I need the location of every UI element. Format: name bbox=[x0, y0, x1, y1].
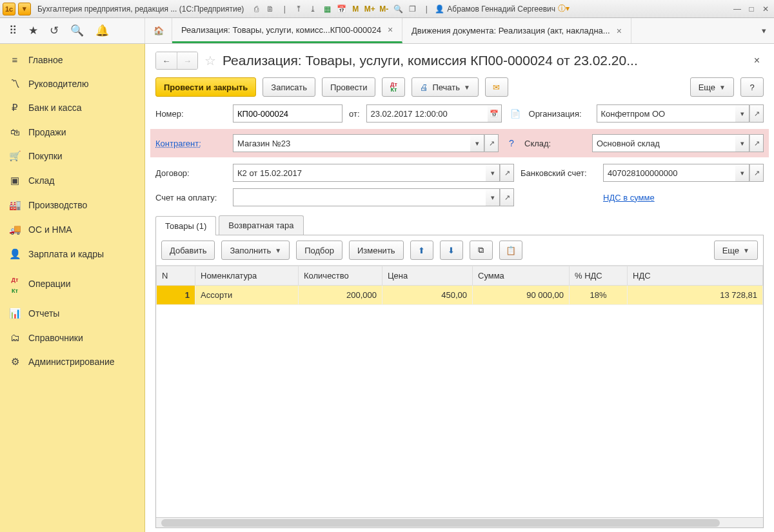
sidebar-item-main[interactable]: ≡Главное bbox=[0, 48, 144, 72]
mplus-icon[interactable]: M+ bbox=[364, 3, 375, 15]
sidebar-item-catalogs[interactable]: 🗂Справочники bbox=[0, 326, 144, 350]
cell-price[interactable]: 450,00 bbox=[382, 286, 473, 305]
open-button[interactable]: ↗ bbox=[749, 104, 764, 123]
paste-button[interactable]: 📋 bbox=[499, 241, 522, 260]
goods-table[interactable]: N Номенклатура Количество Цена Сумма % Н… bbox=[156, 266, 763, 305]
post-and-close-button[interactable]: Провести и закрыть bbox=[155, 77, 256, 97]
move-down-button[interactable]: ⬇ bbox=[440, 241, 463, 260]
org-field[interactable] bbox=[597, 104, 735, 123]
window-icon[interactable]: ❐ bbox=[406, 3, 418, 15]
calc-icon[interactable]: ▦ bbox=[321, 3, 333, 15]
tab-movements[interactable]: Движения документа: Реализация (акт, нак… bbox=[402, 18, 631, 43]
warehouse-field[interactable] bbox=[592, 134, 735, 152]
number-field[interactable] bbox=[233, 104, 342, 123]
open-button[interactable]: ↗ bbox=[500, 188, 514, 206]
col-nomenclature[interactable]: Номенклатура bbox=[195, 266, 299, 286]
history-icon[interactable]: ↺ bbox=[50, 24, 59, 37]
doc-icon[interactable]: 🗎 bbox=[264, 3, 276, 15]
favorite-star-icon[interactable]: ☆ bbox=[204, 53, 216, 68]
help-button[interactable]: ? bbox=[740, 77, 764, 97]
more-button[interactable]: Еще▼ bbox=[690, 77, 734, 97]
dropdown-button[interactable]: ▾ bbox=[486, 164, 500, 182]
apps-icon[interactable]: ⠿ bbox=[9, 24, 17, 37]
print-icon[interactable]: ⎙ bbox=[250, 3, 262, 15]
bank-field[interactable] bbox=[603, 164, 735, 182]
cell-nomenclature[interactable]: Ассорти bbox=[195, 286, 299, 305]
col-vat[interactable]: НДС bbox=[628, 266, 763, 286]
dropdown-icon[interactable]: ▾ bbox=[18, 3, 31, 15]
sidebar-item-reports[interactable]: 📊Отчеты bbox=[0, 301, 144, 326]
contragent-help-icon[interactable]: ? bbox=[505, 134, 518, 152]
bell-icon[interactable]: 🔔 bbox=[95, 24, 109, 37]
write-button[interactable]: Записать bbox=[263, 77, 315, 97]
dropdown-button[interactable]: ▾ bbox=[735, 104, 749, 123]
sidebar-item-assets[interactable]: 🚚ОС и НМА bbox=[0, 217, 144, 242]
open-button[interactable]: ↗ bbox=[749, 134, 764, 152]
mail-button[interactable]: ✉ bbox=[485, 77, 508, 97]
home-button[interactable]: 🏠 bbox=[145, 18, 172, 43]
pick-button[interactable]: Подбор bbox=[296, 241, 342, 260]
table-row[interactable]: 1 Ассорти 200,000 450,00 90 000,00 18% 1… bbox=[157, 286, 763, 305]
copy-button[interactable]: ⧉ bbox=[470, 241, 493, 260]
sidebar-item-manager[interactable]: 〽Руководителю bbox=[0, 72, 144, 95]
tab-realization[interactable]: Реализация: Товары, услуги, комисс...КП0… bbox=[172, 18, 402, 43]
open-button[interactable]: ↗ bbox=[749, 164, 764, 182]
tab-close-icon[interactable]: × bbox=[388, 25, 393, 35]
add-button[interactable]: Добавить bbox=[161, 241, 215, 260]
tab-tare[interactable]: Возвратная тара bbox=[219, 215, 303, 235]
back-button[interactable]: ← bbox=[156, 52, 177, 69]
document-close-icon[interactable]: × bbox=[750, 55, 764, 66]
forward-button[interactable]: → bbox=[177, 52, 197, 69]
close-icon[interactable]: ✕ bbox=[760, 3, 771, 15]
user-badge[interactable]: 👤Абрамов Геннадий Сергеевич bbox=[435, 5, 555, 14]
col-vatpercent[interactable]: % НДС bbox=[570, 266, 628, 286]
sidebar-item-operations[interactable]: ДтКтОперации bbox=[0, 266, 144, 301]
mminus-icon[interactable]: M- bbox=[378, 3, 390, 15]
contract-field[interactable] bbox=[233, 164, 486, 182]
fill-button[interactable]: Заполнить▼ bbox=[221, 241, 290, 260]
col-price[interactable]: Цена bbox=[382, 266, 473, 286]
scrollbar-thumb[interactable] bbox=[161, 519, 720, 527]
zoom-icon[interactable]: 🔍 bbox=[392, 3, 404, 15]
sidebar-item-sales[interactable]: 🛍Продажи bbox=[0, 120, 144, 144]
info-icon[interactable]: ⓘ▾ bbox=[558, 3, 570, 15]
sidebar-item-purchases[interactable]: 🛒Покупки bbox=[0, 144, 144, 168]
open-button[interactable]: ↗ bbox=[484, 134, 499, 152]
cell-vat[interactable]: 13 728,81 bbox=[628, 286, 763, 305]
dtkt-button[interactable]: ДтКт bbox=[382, 77, 405, 97]
sidebar-item-warehouse[interactable]: ▣Склад bbox=[0, 168, 144, 193]
cell-sum[interactable]: 90 000,00 bbox=[473, 286, 570, 305]
minimize-icon[interactable]: — bbox=[731, 3, 743, 15]
sidebar-item-production[interactable]: 🏭Производство bbox=[0, 193, 144, 217]
contragent-field[interactable] bbox=[233, 134, 470, 152]
open-button[interactable]: ↗ bbox=[500, 164, 514, 182]
dropdown-button[interactable]: ▾ bbox=[735, 134, 749, 152]
nds-link[interactable]: НДС в сумме bbox=[603, 193, 655, 202]
edit-button[interactable]: Изменить bbox=[349, 241, 404, 260]
invoice-field[interactable] bbox=[233, 188, 486, 206]
export-icon[interactable]: ⤒ bbox=[293, 3, 304, 15]
tab-close-icon[interactable]: × bbox=[617, 26, 622, 36]
tab-goods[interactable]: Товары (1) bbox=[155, 216, 216, 235]
status-flag-icon[interactable]: 📄 bbox=[508, 109, 522, 119]
calendar-icon[interactable]: 📅 bbox=[335, 3, 347, 15]
sidebar-item-admin[interactable]: ⚙Администрирование bbox=[0, 350, 144, 374]
calendar-button[interactable]: 📅 bbox=[488, 104, 502, 123]
col-n[interactable]: N bbox=[157, 266, 195, 286]
post-button[interactable]: Провести bbox=[322, 77, 376, 97]
import-icon[interactable]: ⤓ bbox=[307, 3, 319, 15]
col-sum[interactable]: Сумма bbox=[473, 266, 570, 286]
cell-n[interactable]: 1 bbox=[157, 286, 195, 305]
tabs-more-icon[interactable]: ▾ bbox=[753, 18, 774, 43]
dropdown-button[interactable]: ▾ bbox=[735, 164, 749, 182]
dropdown-button[interactable]: ▾ bbox=[470, 134, 484, 152]
app-menu-icon[interactable]: 1c bbox=[3, 3, 15, 15]
cell-vatpercent[interactable]: 18% bbox=[570, 286, 628, 305]
print-button[interactable]: 🖨Печать▼ bbox=[412, 77, 479, 97]
search-icon[interactable]: 🔍 bbox=[70, 24, 84, 37]
col-qty[interactable]: Количество bbox=[299, 266, 382, 286]
table-more-button[interactable]: Еще▼ bbox=[714, 241, 758, 260]
m-icon[interactable]: M bbox=[350, 3, 361, 15]
cell-qty[interactable]: 200,000 bbox=[299, 286, 382, 305]
sidebar-item-bank[interactable]: ₽Банк и касса bbox=[0, 95, 144, 120]
